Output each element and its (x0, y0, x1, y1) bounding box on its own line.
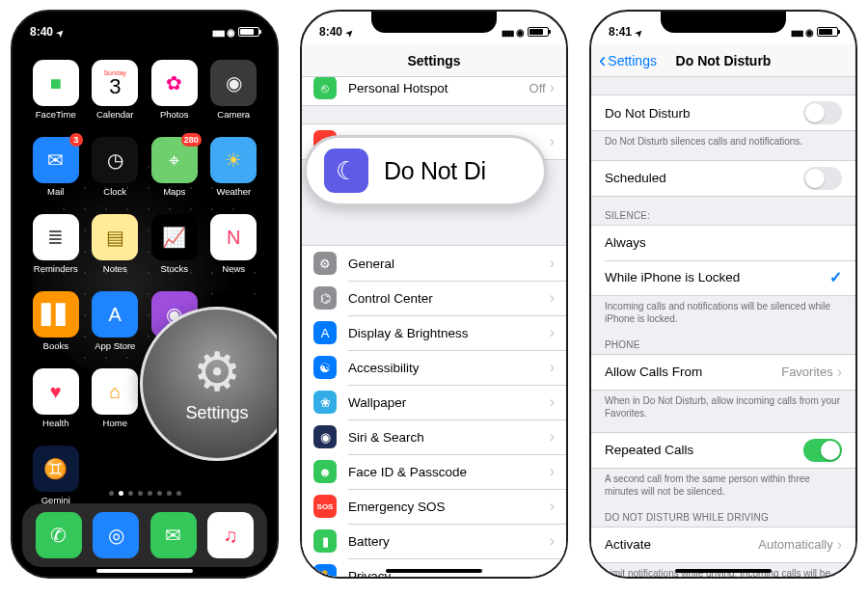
badge: 3 (69, 133, 83, 147)
app-mail[interactable]: ✉3Mail (26, 137, 86, 212)
nav-back-button[interactable]: Settings (599, 53, 657, 68)
settings-row-display-brightness[interactable]: ADisplay & Brightness (302, 315, 566, 350)
settings-row-privacy[interactable]: ✋Privacy (302, 558, 566, 577)
dock-music[interactable]: ♫ (207, 512, 254, 558)
row-icon: ✋ (313, 564, 337, 577)
switch-dnd[interactable] (803, 101, 842, 124)
app-label: Home (103, 418, 127, 428)
row-label: Wallpaper (348, 395, 550, 410)
dock-phone[interactable]: ✆ (36, 512, 82, 558)
chevron-right-icon (550, 393, 555, 411)
row-icon: A (313, 321, 337, 344)
row-allow-calls[interactable]: Allow Calls From Favorites (591, 355, 855, 390)
settings-row-general[interactable]: ⚙General (302, 246, 566, 281)
chevron-right-icon (550, 428, 555, 446)
settings-row-emergency-sos[interactable]: SOSEmergency SOS (302, 489, 566, 524)
app-stocks[interactable]: 📈Stocks (145, 214, 204, 289)
app-photos[interactable]: ✿Photos (145, 60, 204, 135)
chevron-right-icon (550, 79, 555, 96)
app-label: Calendar (96, 109, 134, 120)
app-icon: ▋▋ (33, 291, 79, 338)
footer-repeated: A second call from the same person withi… (591, 469, 855, 499)
app-icon: ✉3 (33, 137, 79, 183)
row-icon: ▮ (313, 529, 337, 553)
switch-repeated[interactable] (803, 439, 842, 462)
switch-scheduled[interactable] (803, 167, 842, 190)
app-clock[interactable]: ◷Clock (86, 137, 146, 212)
chevron-right-icon (837, 364, 842, 381)
chevron-right-icon (550, 498, 555, 515)
chevron-right-icon (837, 536, 842, 554)
status-time: 8:41 (609, 25, 632, 39)
row-icon: ◉ (313, 425, 337, 448)
app-label: Photos (160, 109, 189, 120)
nav-header: Settings (302, 44, 566, 77)
home-indicator[interactable] (96, 569, 193, 573)
app-label: Notes (103, 263, 127, 274)
row-silence-always[interactable]: Always (591, 226, 855, 260)
app-calendar[interactable]: Sunday3Calendar (86, 60, 146, 135)
dock-messages[interactable]: ✉ (150, 512, 197, 558)
settings-row-accessibility[interactable]: ☯Accessibility (302, 350, 566, 385)
app-label: FaceTime (36, 109, 76, 120)
chevron-right-icon (550, 289, 555, 307)
app-books[interactable]: ▋▋Books (26, 291, 86, 366)
settings-row-face-id-passcode[interactable]: ☻Face ID & Passcode (302, 454, 566, 489)
page-indicator[interactable] (13, 491, 277, 496)
footer-allow: When in Do Not Disturb, allow incoming c… (591, 391, 855, 420)
dock: ✆◎✉♫ (22, 503, 267, 567)
row-label: Face ID & Passcode (348, 465, 550, 479)
app-home[interactable]: ⌂Home (86, 368, 146, 444)
settings-row-wallpaper[interactable]: ❀Wallpaper (302, 385, 566, 419)
header-phone: PHONE (591, 326, 855, 354)
settings-row-battery[interactable]: ▮Battery (302, 524, 566, 558)
app-reminders[interactable]: ≣Reminders (26, 214, 86, 289)
app-weather[interactable]: ☀Weather (204, 137, 264, 212)
home-indicator[interactable] (386, 569, 482, 573)
row-silence-locked[interactable]: While iPhone is Locked (591, 260, 855, 295)
dock-safari[interactable]: ◎ (93, 512, 139, 558)
location-icon (636, 25, 643, 39)
chevron-right-icon (550, 463, 555, 480)
row-label: Control Center (348, 291, 550, 306)
app-label: Books (43, 340, 68, 351)
row-scheduled[interactable]: Scheduled (591, 161, 855, 196)
app-health[interactable]: ♥Health (26, 368, 86, 444)
app-icon: ■ (33, 60, 79, 106)
header-driving: DO NOT DISTURB WHILE DRIVING (591, 499, 855, 527)
app-notes[interactable]: ▤Notes (86, 214, 146, 289)
row-label: Emergency SOS (348, 500, 550, 514)
app-icon: ✿ (151, 60, 198, 106)
signal-icon (502, 25, 513, 39)
row-dnd-toggle[interactable]: Do Not Disturb (591, 95, 855, 130)
zoom-callout-dnd-row[interactable]: ☾ Do Not Di (304, 135, 547, 206)
settings-row-personal-hotspot[interactable]: ⎋Personal HotspotOff (302, 77, 566, 105)
app-icon: ♥ (33, 368, 79, 415)
row-activate[interactable]: Activate Automatically (591, 527, 855, 562)
app-icon: Sunday3 (92, 60, 138, 106)
app-label: Stocks (160, 263, 188, 274)
app-maps[interactable]: ⌖280Maps (145, 137, 204, 212)
settings-row-siri-search[interactable]: ◉Siri & Search (302, 419, 566, 454)
app-news[interactable]: NNews (204, 214, 264, 289)
app-label: News (222, 263, 245, 274)
dnd-settings-list[interactable]: Do Not Disturb Do Not Disturb silences c… (591, 77, 855, 577)
moon-icon: ☾ (324, 149, 368, 193)
settings-row-control-center[interactable]: ⌬Control Center (302, 281, 566, 315)
nav-header: Settings Do Not Disturb (591, 44, 855, 77)
app-icon: ◉ (210, 60, 257, 106)
row-repeated-calls[interactable]: Repeated Calls (591, 433, 855, 468)
chevron-right-icon (550, 324, 555, 341)
row-icon: ❀ (313, 391, 337, 414)
chevron-right-icon (550, 133, 555, 150)
chevron-right-icon (550, 567, 555, 577)
check-icon (829, 268, 842, 286)
app-facetime[interactable]: ■FaceTime (26, 60, 86, 135)
app-camera[interactable]: ◉Camera (204, 60, 264, 135)
home-indicator[interactable] (675, 569, 772, 573)
app-icon: ≣ (33, 214, 79, 260)
app-label: Health (42, 418, 68, 428)
app-app-store[interactable]: AApp Store (86, 291, 146, 366)
notch (661, 12, 786, 33)
row-label: Battery (348, 534, 550, 549)
